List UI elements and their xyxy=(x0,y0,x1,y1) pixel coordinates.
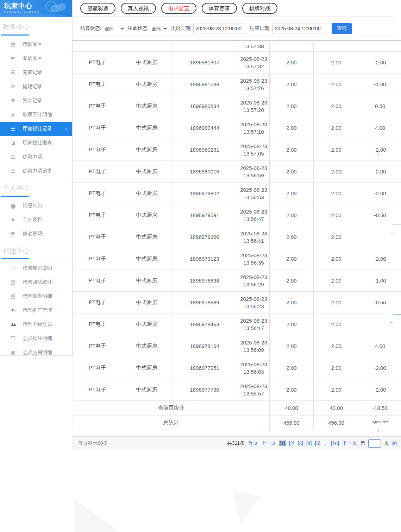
section-title: 代理中心 xyxy=(0,241,72,259)
cell-order: 1896980834 xyxy=(171,95,238,117)
page-link-上一页[interactable]: 上一页 xyxy=(261,440,276,446)
summary-valid: 40.00 xyxy=(314,401,359,416)
tab-电子游艺[interactable]: 电子游艺 xyxy=(161,3,196,14)
query-button[interactable]: 查询 xyxy=(332,23,352,34)
tab-雙赢彩票[interactable]: 雙赢彩票 xyxy=(80,3,115,14)
team-stats-icon: ▤ xyxy=(10,279,17,285)
gear-icon: ⚙ xyxy=(10,230,17,237)
sidebar-item-厅室投注记录[interactable]: ☰厅室投注记录› xyxy=(0,122,72,136)
cell-game: 中式厨房 xyxy=(122,270,171,292)
cell-game: 中式厨房 xyxy=(122,95,171,117)
sidebar-item-消息公告[interactable]: 消息公告 xyxy=(0,198,72,213)
cell-order: 1896977951 xyxy=(171,357,238,379)
tab-体育赛事[interactable]: 体育赛事 xyxy=(202,3,237,14)
red-dot-artifact xyxy=(378,430,379,431)
cell-valid: 2.00 xyxy=(314,335,359,357)
page-link-[1][interactable]: [1] xyxy=(279,441,286,446)
cell-platform: PT电子 xyxy=(73,379,122,401)
sidebar-item-label: 彩票下注明细 xyxy=(23,112,52,118)
cell-order: 1896978164 xyxy=(171,335,238,357)
cell-payout xyxy=(359,41,401,52)
sidebar-item-代理下级会员[interactable]: ♟♟代理下级会员 xyxy=(0,317,72,331)
sidebar-item-存款专区[interactable]: ▤存款专区 xyxy=(0,37,72,51)
cell-payout: 4.00 xyxy=(359,117,401,139)
cell-valid: 2.00 xyxy=(314,314,359,335)
sidebar-item-label: 充值记录 xyxy=(23,69,42,76)
start-date-input[interactable] xyxy=(193,24,246,33)
bell-icon xyxy=(11,204,15,208)
sidebar-item-代理规则说明[interactable]: ❏代理规则说明 xyxy=(0,261,72,275)
watermark-triangle xyxy=(75,499,120,532)
cell-platform: PT电子 xyxy=(73,204,122,226)
sidebar-item-会员投注明细[interactable]: ❐会员投注明细 xyxy=(0,331,72,346)
cell-order: 1896980016 xyxy=(171,161,238,183)
cell-game: 中式厨房 xyxy=(122,204,171,226)
start-date-label: 开始日期: xyxy=(170,25,192,32)
sidebar-item-优惠申请[interactable]: ☖优惠申请 xyxy=(0,150,72,164)
cell-payout: -2.00 xyxy=(359,139,401,161)
cell-order: 1896979123 xyxy=(171,248,238,270)
sidebar-item-代理报表明细[interactable]: ▤代理报表明细 xyxy=(0,289,72,303)
table-row: PT电子中式厨房18969786892025-08-23 13:56:232.0… xyxy=(73,292,401,314)
table-row: PT电子中式厨房18969810882025-08-23 13:57:262.0… xyxy=(73,74,401,95)
total-count-label: 共311条 xyxy=(227,440,245,446)
cell-order: 1896980231 xyxy=(171,139,238,161)
sidebar-item-提现记录[interactable]: ✉提现记录 xyxy=(0,80,72,94)
jump-suffix-label: 页 xyxy=(384,440,389,446)
sidebar-item-label: 玩家投注报表 xyxy=(23,140,52,146)
page-link-[16][interactable]: [16] xyxy=(331,441,339,446)
page-link-首页[interactable]: 首页 xyxy=(248,440,258,446)
sidebar-item-修改密码[interactable]: ⚙修改密码 xyxy=(0,227,72,241)
cell-order: 1896980444 xyxy=(171,117,238,139)
sidebar-item-代理推广管理[interactable]: <代理推广管理 xyxy=(0,303,72,317)
cell-bet: 2.00 xyxy=(270,139,314,161)
cell-bet: 2.00 xyxy=(270,117,314,139)
cell-bet: 2.00 xyxy=(270,357,314,379)
list-records-icon: ☰ xyxy=(10,126,17,132)
sidebar-item-会员交易明细[interactable]: ▦会员交易明细 xyxy=(0,346,72,360)
sidebar-item-label: 优惠申请 xyxy=(23,154,42,160)
page-link-[5][interactable]: [5] xyxy=(315,441,320,446)
page-link-[2][interactable]: [2] xyxy=(289,441,295,446)
tab-棋牌对战[interactable]: 棋牌对战 xyxy=(242,3,277,14)
page-link-[4][interactable]: [4] xyxy=(306,441,312,446)
cell-valid: 2.00 xyxy=(314,95,359,117)
tab-真人视讯[interactable]: 真人视讯 xyxy=(121,3,156,14)
cell-platform: PT电子 xyxy=(73,226,122,248)
settle-status-select[interactable]: 全部 xyxy=(103,24,125,33)
cell-valid: 2.00 xyxy=(314,204,359,226)
sidebar-item-label: 代理下级会员 xyxy=(23,321,52,328)
end-date-input[interactable] xyxy=(272,24,325,33)
cell-date: 2025-08-23 13:56:17 xyxy=(238,314,270,335)
sidebar-item-优惠申请记录[interactable]: ☱优惠申请记录 xyxy=(0,164,72,178)
cell-date: 2025-08-23 13:57:05 xyxy=(238,139,270,161)
summary-payout: -18.50 xyxy=(359,401,401,416)
sidebar-item-资金记录[interactable]: ⛃资金记录 xyxy=(0,94,72,108)
sidebar-item-个人资料[interactable]: ♟个人资料 xyxy=(0,213,72,227)
chevron-right-icon: › xyxy=(65,126,67,132)
share-icon: < xyxy=(10,307,17,314)
cell-date: 2025-08-23 13:57:26 xyxy=(238,74,270,95)
bell-icon xyxy=(10,203,17,209)
cell-date: 2025-08-23 13:57:32 xyxy=(238,52,270,74)
cell-game: 中式厨房 xyxy=(122,314,171,335)
cell-order: 1896978898 xyxy=(171,270,238,292)
render-artifact-overlay xyxy=(382,221,401,236)
watermark-triangle xyxy=(227,490,261,524)
cell-platform: PT电子 xyxy=(73,314,122,335)
jump-button[interactable]: 跳 xyxy=(392,440,397,446)
order-status-select[interactable]: 全部 xyxy=(150,24,168,33)
sidebar-item-彩票下注明细[interactable]: ▥彩票下注明细 xyxy=(0,108,72,122)
sidebar-item-充值记录[interactable]: ⛁充值记录 xyxy=(0,65,72,80)
cell-valid xyxy=(314,41,359,52)
cell-bet: 2.00 xyxy=(270,204,314,226)
person-icon: ♟ xyxy=(10,216,17,223)
sidebar-item-玩家投注报表[interactable]: ◪玩家投注报表 xyxy=(0,136,72,150)
sidebar-item-取款专区[interactable]: ☛取款专区 xyxy=(0,51,72,65)
cell-date: 2025-08-23 13:55:57 xyxy=(238,379,270,401)
jump-page-input[interactable] xyxy=(368,439,381,448)
sidebar-item-代理团队统计[interactable]: ▤代理团队统计 xyxy=(0,275,72,289)
cell-platform: PT电子 xyxy=(73,117,122,139)
page-link-[3][interactable]: [3] xyxy=(297,441,303,446)
page-link-下一页[interactable]: 下一页 xyxy=(342,440,357,446)
